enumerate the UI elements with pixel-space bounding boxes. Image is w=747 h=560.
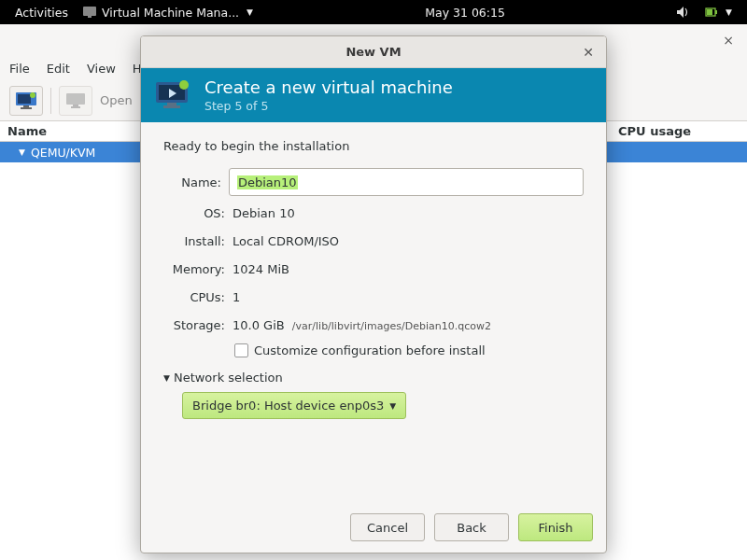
dialog-titlebar: New VM ✕: [141, 36, 606, 68]
close-icon[interactable]: ×: [723, 33, 734, 48]
open-vm-toolbar-button[interactable]: [59, 86, 92, 116]
svg-rect-7: [18, 94, 31, 104]
os-label: OS:: [163, 206, 225, 220]
install-label: Install:: [163, 234, 225, 248]
clock[interactable]: May 31 06:15: [417, 6, 513, 20]
svg-rect-0: [83, 7, 96, 16]
svg-rect-13: [71, 106, 80, 108]
network-section-header[interactable]: ▼ Network selection: [163, 371, 584, 385]
menu-view[interactable]: View: [87, 62, 116, 76]
memory-label: Memory:: [163, 262, 225, 276]
svg-rect-18: [167, 103, 176, 105]
svg-rect-10: [21, 107, 32, 109]
activities-button[interactable]: Activities: [7, 6, 76, 20]
chevron-down-icon: ▼: [19, 147, 25, 157]
ready-label: Ready to begin the installation: [163, 139, 584, 153]
name-input[interactable]: Debian10: [229, 168, 584, 196]
dialog-footer: Cancel Back Finish: [141, 502, 606, 553]
vmm-app-icon: [83, 7, 96, 18]
svg-rect-12: [73, 105, 78, 106]
chevron-down-icon: ▼: [163, 373, 170, 383]
chevron-down-icon: ▼: [247, 7, 253, 17]
cpus-label: CPUs:: [163, 290, 225, 304]
back-button[interactable]: Back: [434, 513, 509, 541]
storage-path: /var/lib/libvirt/images/Debian10.qcow2: [292, 320, 491, 332]
cpus-value: 1: [233, 290, 584, 304]
name-label: Name:: [163, 175, 221, 189]
install-value: Local CDROM/ISO: [233, 234, 584, 248]
storage-label: Storage:: [163, 318, 225, 332]
cancel-button[interactable]: Cancel: [350, 513, 425, 541]
svg-rect-5: [707, 9, 712, 15]
app-menu[interactable]: Virtual Machine Mana... ▼: [76, 6, 261, 20]
svg-point-17: [179, 80, 189, 90]
customize-checkbox[interactable]: [234, 343, 248, 357]
svg-rect-19: [163, 105, 180, 108]
col-cpu[interactable]: CPU usage: [618, 124, 740, 138]
chevron-down-icon: ▼: [726, 7, 732, 17]
volume-icon: [677, 7, 690, 18]
memory-value: 1024 MiB: [233, 262, 584, 276]
svg-rect-4: [715, 10, 717, 14]
storage-value: 10.0 GiB: [233, 318, 285, 332]
system-status-area[interactable]: ▼: [669, 6, 740, 20]
finish-button[interactable]: Finish: [518, 513, 593, 541]
chevron-down-icon: ▼: [389, 401, 396, 411]
customize-label: Customize configuration before install: [254, 343, 486, 357]
os-value: Debian 10: [233, 206, 584, 220]
open-label: Open: [100, 93, 133, 107]
dialog-header-title: Create a new virtual machine: [204, 77, 453, 97]
monitor-icon: [66, 93, 85, 108]
svg-rect-9: [23, 105, 29, 107]
monitor-icon: [16, 92, 36, 109]
menu-edit[interactable]: Edit: [47, 62, 70, 76]
svg-rect-11: [66, 93, 85, 105]
battery-icon: [705, 7, 718, 18]
svg-rect-1: [88, 16, 92, 18]
gnome-top-bar: Activities Virtual Machine Mana... ▼ May…: [0, 0, 747, 24]
svg-point-8: [30, 92, 35, 98]
network-select[interactable]: Bridge br0: Host device enp0s3 ▼: [182, 392, 406, 419]
menu-file[interactable]: File: [9, 62, 30, 76]
dialog-header-step: Step 5 of 5: [204, 99, 453, 113]
dialog-header: Create a new virtual machine Step 5 of 5: [141, 68, 606, 122]
svg-marker-2: [677, 7, 684, 18]
dialog-title: New VM: [345, 45, 401, 59]
close-button[interactable]: ✕: [578, 42, 599, 63]
new-vm-toolbar-button[interactable]: [9, 86, 43, 116]
new-vm-dialog: New VM ✕ Create a new virtual machine St…: [140, 35, 607, 553]
monitor-new-icon: [156, 80, 191, 110]
